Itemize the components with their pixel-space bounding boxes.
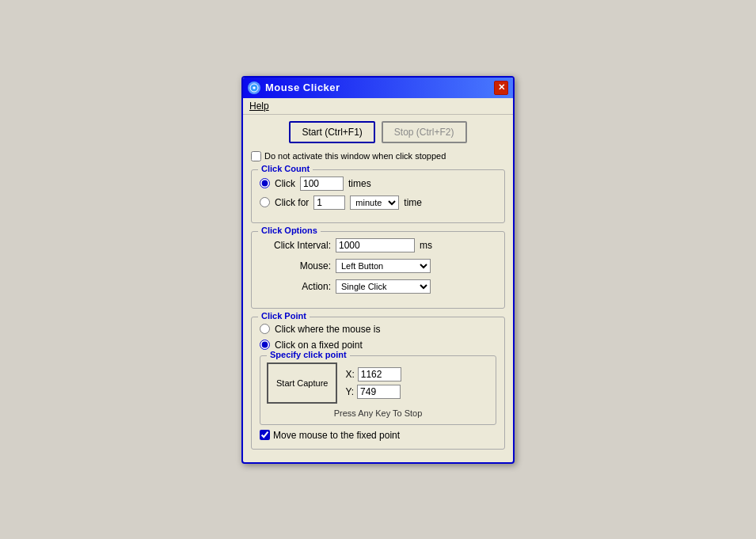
no-activate-checkbox[interactable] [251,151,261,161]
content-area: Start (Ctrl+F1) Stop (Ctrl+F2) Do not ac… [243,115,513,462]
start-button[interactable]: Start (Ctrl+F1) [289,121,374,143]
move-mouse-row: Move mouse to the fixed point [260,430,496,441]
fixed-point-label: Click on a fixed point [275,340,363,351]
toolbar: Start (Ctrl+F1) Stop (Ctrl+F2) [251,121,505,143]
interval-unit: ms [420,240,432,251]
press-any-key-label: Press Any Key To Stop [267,408,489,418]
title-bar-left: Mouse Clicker [248,82,340,94]
fixed-point-row: Click on a fixed point [260,340,496,351]
interval-row: Click Interval: ms [260,238,496,252]
action-select[interactable]: Single Click Double Click [336,279,431,294]
action-label: Action: [260,281,331,292]
interval-input[interactable] [336,238,415,252]
click-for-row: Click for minute second hour time [260,195,496,210]
y-coord-row: Y: [345,385,401,399]
mouse-select[interactable]: Left Button Right Button Middle Button [336,259,431,273]
click-radio[interactable] [260,178,270,188]
window-title: Mouse Clicker [265,82,340,93]
app-icon [248,82,260,94]
specify-box: Specify click point Start Capture X: Y: [260,355,496,425]
where-mouse-row: Click where the mouse is [260,324,496,335]
specify-label: Specify click point [267,350,350,359]
specify-inner: Start Capture X: Y: [267,362,489,404]
y-label: Y: [345,386,354,397]
fixed-point-radio[interactable] [260,340,270,350]
x-input[interactable] [358,367,401,381]
click-radio-label: Click [275,178,295,189]
times-label: times [348,178,371,189]
main-window: Mouse Clicker ✕ Help Start (Ctrl+F1) Sto… [241,76,515,464]
click-point-group-label: Click Point [258,311,310,321]
close-button[interactable]: ✕ [494,81,508,95]
no-activate-label: Do not activate this window when click s… [264,151,446,161]
click-count-group-label: Click Count [258,164,313,173]
mouse-row: Mouse: Left Button Right Button Middle B… [260,259,496,273]
click-radio-row: Click times [260,177,496,191]
coord-section: X: Y: [345,367,401,399]
action-row: Action: Single Click Double Click [260,279,496,294]
click-for-radio[interactable] [260,197,270,207]
click-options-group: Click Options Click Interval: ms Mouse: … [251,231,505,309]
x-coord-row: X: [345,367,401,381]
click-count-group: Click Count Click times Click for minute… [251,169,505,223]
no-activate-row: Do not activate this window when click s… [251,151,505,161]
click-options-group-label: Click Options [258,226,321,235]
where-mouse-radio[interactable] [260,324,270,334]
capture-button[interactable]: Start Capture [267,362,337,404]
click-for-label: Click for [275,197,309,208]
move-mouse-checkbox[interactable] [260,430,270,440]
stop-button[interactable]: Stop (Ctrl+F2) [382,121,467,143]
interval-label: Click Interval: [260,240,331,251]
mouse-label: Mouse: [260,260,331,271]
click-for-input[interactable] [313,195,345,210]
help-menu[interactable]: Help [249,101,269,112]
move-mouse-label: Move mouse to the fixed point [273,430,400,441]
click-for-unit-select[interactable]: minute second hour [350,195,399,210]
y-input[interactable] [357,385,401,399]
click-count-input[interactable] [300,177,344,191]
menu-bar: Help [243,98,513,115]
title-bar: Mouse Clicker ✕ [243,78,513,98]
where-mouse-label: Click where the mouse is [275,324,380,335]
time-label: time [404,197,422,208]
click-point-group: Click Point Click where the mouse is Cli… [251,317,505,450]
x-label: X: [345,369,354,380]
